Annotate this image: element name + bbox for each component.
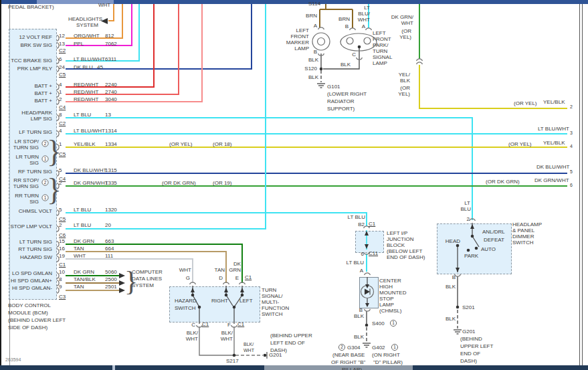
label-blk: BLK	[354, 334, 364, 340]
label-brn: BRN	[306, 13, 317, 19]
label-c5: C5	[59, 72, 66, 78]
label-c2: C2	[59, 48, 66, 54]
label-d-pillar: "D" PILLAR)	[373, 359, 403, 365]
ts-c-contact	[198, 306, 201, 309]
label-s120: S120	[304, 66, 317, 72]
label-body-control: BODY CONTROL	[8, 302, 51, 308]
label-111: 111	[105, 253, 113, 259]
label-1315: 1315	[105, 167, 117, 173]
label-2500: 2500	[105, 276, 117, 282]
label-sig: SIG	[29, 199, 39, 205]
marker-lamp-bulb	[318, 38, 325, 45]
label-lamp: LAMP	[294, 45, 309, 52]
label-headlights: HEADLIGHTS	[68, 16, 102, 22]
label-function: FUNCTION	[262, 305, 289, 311]
label-hazard: HAZARD	[175, 298, 197, 304]
label-tan: TAN	[215, 267, 225, 273]
label-dk-grn-wht: DK GRN/WHT	[74, 180, 108, 186]
label-signal: SIGNAL	[373, 54, 392, 60]
label-c1: C1	[237, 321, 244, 327]
label-lt-blu-wht: LT BLU/WHT	[538, 126, 569, 132]
label-9: 9	[59, 284, 62, 290]
connector-pin-28	[239, 282, 246, 284]
hd-auto-contact	[475, 247, 478, 250]
hd-head-contact	[456, 244, 460, 248]
label-dk-grn: DK GRN/	[391, 14, 413, 20]
label-or-19: (OR 19)	[213, 180, 231, 186]
label-a: A	[314, 23, 317, 29]
label-1: 1	[59, 89, 62, 95]
label-b: B	[345, 23, 349, 29]
label-c: C	[352, 52, 356, 58]
label-yel-blk: YEL/BLK	[543, 99, 565, 105]
circled-number-text-6: 1	[393, 345, 396, 349]
label-s201: S201	[462, 304, 475, 310]
label-4: 4	[570, 143, 573, 149]
label-c1: C1	[59, 262, 66, 268]
label-switch: SWITCH	[512, 240, 534, 246]
label-brn: BRN	[338, 16, 350, 22]
label-lt-blu: LT BLU	[74, 112, 91, 118]
label-lo-spd-gmlan: LO SPD GMLAN	[12, 270, 52, 276]
label-tan-blk: TAN/BLK	[74, 276, 96, 282]
hd-park-contact	[467, 249, 470, 252]
marker-lamp-outline	[312, 33, 330, 50]
label-left-end-of: LEFT END OF	[270, 340, 305, 346]
label-g402: G402	[372, 345, 385, 351]
label-rt-turn-sig: RT TURN SIG	[18, 246, 52, 252]
label-s114: S114	[308, 1, 320, 7]
label-tan: TAN	[74, 284, 84, 290]
label-grn: GRN	[229, 267, 241, 273]
parkturn-common	[358, 45, 361, 49]
label-or-18: (OR 18)	[213, 141, 231, 147]
connector-pin-35	[231, 325, 237, 327]
label-c1: C1	[202, 321, 209, 327]
label-2: 2	[59, 96, 62, 102]
label-pillar: PILLAR)	[342, 367, 362, 370]
label-dk-grn: DK GRN	[74, 269, 94, 275]
label-upper-left: UPPER LEFT	[460, 343, 493, 349]
label-sig: SIG	[29, 160, 39, 166]
ts-d-contact	[225, 294, 228, 297]
label-near-base: (NEAR BASE	[332, 352, 365, 358]
label-yel-blk: YEL/BLK	[543, 140, 565, 146]
label-center: CENTER	[379, 278, 401, 284]
label-d: D	[219, 275, 223, 281]
label-headlamp: HEADLAMP	[512, 221, 542, 227]
label-lt-blu-wht: LT BLU/WHT	[74, 128, 105, 134]
label-auto: AUTO	[481, 246, 496, 252]
label-lt: LT	[464, 200, 470, 206]
wire-headlamp-wiper	[472, 236, 479, 247]
label-blk: BLK	[354, 313, 364, 319]
label-lr-stop: LR STOP/	[15, 138, 39, 145]
label-tan: TAN	[74, 246, 84, 252]
splice-s217	[233, 354, 236, 357]
label-blk: BLK	[446, 284, 456, 290]
label-8: 8	[59, 112, 62, 118]
label-lr-turn: LR TURN	[15, 154, 39, 160]
label-f: F	[227, 322, 231, 328]
label-blk: BLK	[400, 78, 410, 84]
wire-ltblu-13	[66, 118, 472, 220]
label-red-wht: RED/WHT	[74, 96, 98, 102]
label-turn-sig: TURN SIG	[13, 183, 39, 189]
chmsl-arrow-top	[365, 284, 369, 288]
label-812: 812	[105, 33, 114, 39]
label-5060: 5060	[105, 269, 117, 275]
ts-d-arrow	[224, 288, 228, 292]
label-664: 664	[105, 246, 114, 252]
g201-terminal	[264, 354, 267, 357]
label-below-left: (BELOW LEFT	[387, 248, 422, 254]
chmsl-diode	[365, 289, 370, 295]
parkturn-bulb-1	[347, 37, 353, 44]
label-front: FRONT	[290, 33, 309, 39]
connector-pin-37	[417, 62, 423, 64]
label-left-i-p: LEFT I/P	[387, 230, 407, 236]
label-c11: C11	[369, 250, 378, 256]
label-blk: BLK/	[187, 330, 198, 336]
label-dash: DASH)	[270, 347, 287, 353]
label-12: 12	[59, 33, 65, 39]
label-7062: 7062	[105, 41, 117, 47]
label-head-park: HEAD/PARK	[21, 110, 52, 116]
label-lower-right: (LOWER RIGHT	[327, 91, 367, 97]
